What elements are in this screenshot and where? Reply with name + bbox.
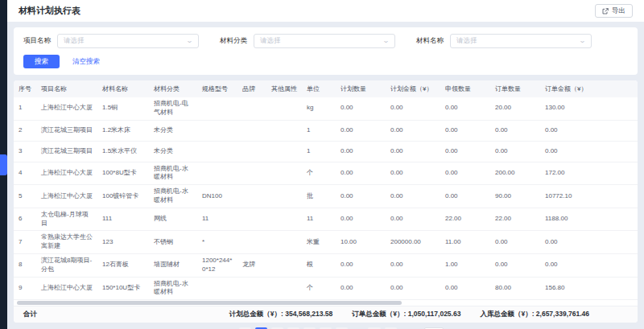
project-name-select[interactable]: 请选择 ⌄ <box>57 34 199 48</box>
column-header: 规格型号 <box>197 80 237 97</box>
table-cell: 10.00 <box>336 231 386 254</box>
horizontal-scrollbar[interactable] <box>15 301 636 305</box>
table-cell: 111 <box>97 208 149 231</box>
table-row: 3滨江花城三期项目1.5米水平仪未分类10.000.000.000.000.00 <box>14 141 638 162</box>
table-cell: 0.00 <box>490 141 540 162</box>
table-header-row: 序号项目名称材料名称材料分类规格型号品牌其他属性单位计划数量计划金额（¥）申领数… <box>14 80 638 97</box>
table-cell: 0.00 <box>540 253 638 277</box>
table-row: 4上海松江中心大厦100*8U型卡招商机电-水暖材料个0.000.000.002… <box>14 162 638 185</box>
table-cell: 1 <box>302 120 336 141</box>
export-button[interactable]: 导出 <box>595 4 633 18</box>
table-cell: 0.00 <box>386 120 440 141</box>
table-cell: 0.00 <box>336 120 386 141</box>
filter-group-project: 项目名称 请选择 ⌄ <box>23 34 199 48</box>
material-category-label: 材料分类 <box>220 36 247 46</box>
table-cell: 9 <box>14 277 36 300</box>
material-name-label: 材料名称 <box>416 36 444 46</box>
table-cell: 1.5铜 <box>97 97 149 120</box>
table-cell <box>266 277 302 300</box>
table-cell: 22.00 <box>490 208 540 231</box>
material-category-placeholder: 请选择 <box>260 36 281 46</box>
table-cell: 1.2米木床 <box>97 120 149 141</box>
table-cell: 11.00 <box>440 231 490 254</box>
table-cell: 7 <box>14 231 36 254</box>
table-cell: 个 <box>302 277 336 300</box>
scrollbar-thumb[interactable] <box>17 301 402 305</box>
clear-search-button[interactable]: 清空搜索 <box>72 57 100 67</box>
table-cell: 0.00 <box>386 97 440 120</box>
table-cell: 0.00 <box>386 162 440 185</box>
table-cell: 5 <box>14 185 36 208</box>
table-cell: 0.00 <box>540 120 638 141</box>
table-cell: 172.00 <box>540 162 638 185</box>
table-row: 6太仓电梯-月球项目111网线11110.000.0022.0022.00118… <box>14 208 638 231</box>
table-cell: 1.5米水平仪 <box>97 141 149 162</box>
table-row: 9上海松江中心大厦150*10U型卡招商机电-水暖材料个0.000.000.00… <box>14 277 638 300</box>
table-cell: 2 <box>14 120 36 141</box>
chevron-down-icon: ⌄ <box>186 38 193 44</box>
table-cell: 100镀锌管卡 <box>97 185 149 208</box>
table-cell: 上海松江中心大厦 <box>36 185 97 208</box>
table-cell <box>237 208 266 231</box>
filter-group-material: 材料名称 请选择 ⌄ <box>416 34 592 48</box>
summary-item: 订单总金额（¥）: 1,050,117,025.63 <box>352 310 460 319</box>
table-cell <box>237 277 266 300</box>
column-header: 其他属性 <box>266 80 302 97</box>
table-cell <box>237 141 266 162</box>
table-cell: 1188.00 <box>540 208 638 231</box>
table-cell <box>266 231 302 254</box>
table-cell <box>266 185 302 208</box>
materials-table: 序号项目名称材料名称材料分类规格型号品牌其他属性单位计划数量计划金额（¥）申领数… <box>14 80 638 300</box>
material-name-select[interactable]: 请选择 ⌄ <box>450 34 592 48</box>
table-cell: DN100 <box>197 185 237 208</box>
table-cell <box>197 162 237 185</box>
table-cell: 3 <box>14 141 36 162</box>
filter-panel: 项目名称 请选择 ⌄ 材料分类 请选择 ⌄ 材料名称 请选择 ⌄ <box>14 27 638 75</box>
table-cell <box>266 141 302 162</box>
table-cell: 0.00 <box>540 231 638 254</box>
table-row: 2滨江花城三期项目1.2米木床未分类10.000.000.000.000.00 <box>14 120 638 141</box>
table-cell: 龙牌 <box>237 253 266 277</box>
table-cell <box>237 185 266 208</box>
table-cell: 12石膏板 <box>97 253 149 277</box>
column-header: 订单数量 <box>490 80 540 97</box>
table-cell: 0.00 <box>440 120 490 141</box>
search-button[interactable]: 搜索 <box>23 55 60 68</box>
table-panel: 序号项目名称材料名称材料分类规格型号品牌其他属性单位计划数量计划金额（¥）申领数… <box>14 80 638 323</box>
table-cell: 11 <box>197 208 237 231</box>
table-cell: 10772.10 <box>540 185 638 208</box>
table-cell <box>197 97 237 120</box>
table-cell: 11 <box>302 208 336 231</box>
material-name-placeholder: 请选择 <box>456 36 477 46</box>
table-cell: * <box>197 231 237 254</box>
material-category-select[interactable]: 请选择 ⌄ <box>254 34 395 48</box>
table-cell: 0.00 <box>490 231 540 254</box>
table-cell: 0.00 <box>440 162 490 185</box>
table-row: 5上海松江中心大厦100镀锌管卡招商机电-水暖材料DN100批0.000.000… <box>14 185 638 208</box>
table-cell: 22.00 <box>440 208 490 231</box>
table-cell: 130.00 <box>540 97 638 120</box>
page-title: 材料计划执行表 <box>19 5 80 17</box>
table-cell: 滨江花城三期项目 <box>36 141 97 162</box>
column-header: 项目名称 <box>36 80 97 97</box>
table-cell: 0.00 <box>336 277 386 300</box>
sidebar-toggle[interactable] <box>0 154 7 175</box>
table-cell: 156.80 <box>540 277 638 300</box>
table-cell: kg <box>302 97 336 120</box>
table-cell <box>197 141 237 162</box>
table-cell: 常熟康达大学生公寓新建 <box>36 231 97 254</box>
table-cell: 上海松江中心大厦 <box>36 162 97 185</box>
table-cell: 米重 <box>302 231 336 254</box>
chevron-down-icon: ⌄ <box>579 38 586 44</box>
export-label: 导出 <box>612 6 625 16</box>
table-cell: 0.00 <box>490 253 540 277</box>
table-cell: 1200*244*0*12 <box>197 253 237 277</box>
collapsed-sidebar[interactable] <box>0 0 7 329</box>
table-cell: 8 <box>14 253 36 277</box>
table-cell: 0.00 <box>386 141 440 162</box>
table-cell: 0.00 <box>336 253 386 277</box>
column-header: 申领数量 <box>440 80 490 97</box>
table-cell: 0.00 <box>490 120 540 141</box>
table-cell: 150*10U型卡 <box>97 277 149 300</box>
table-cell: 6 <box>14 208 36 231</box>
